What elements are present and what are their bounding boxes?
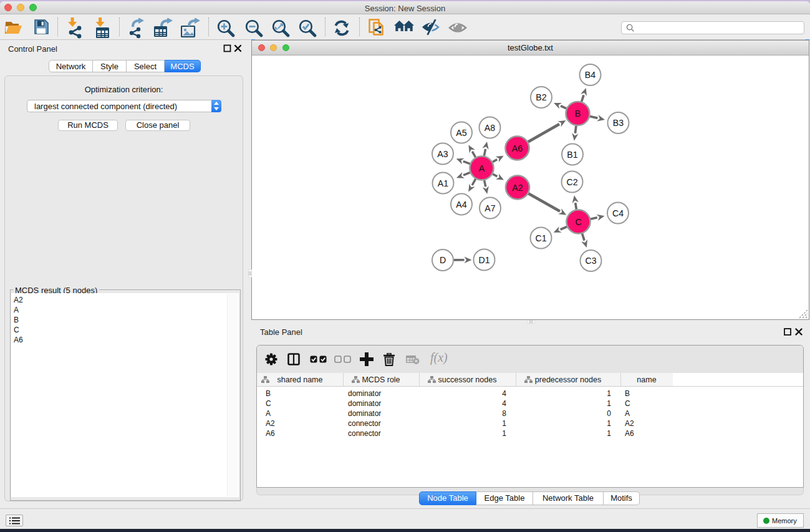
svg-text:C4: C4 — [612, 208, 624, 218]
svg-text:B: B — [575, 109, 581, 118]
svg-text:C2: C2 — [566, 177, 577, 187]
svg-text:B3: B3 — [613, 118, 624, 128]
svg-text:B1: B1 — [567, 150, 577, 160]
svg-text:C: C — [575, 217, 581, 227]
svg-text:B2: B2 — [536, 92, 546, 102]
svg-text:C1: C1 — [535, 233, 546, 243]
svg-text:A2: A2 — [512, 183, 523, 193]
svg-text:A6: A6 — [512, 143, 523, 153]
svg-text:A: A — [479, 163, 485, 173]
svg-text:D1: D1 — [478, 255, 489, 265]
svg-text:A8: A8 — [485, 123, 495, 133]
svg-text:A4: A4 — [456, 200, 466, 210]
svg-text:A5: A5 — [456, 128, 466, 138]
svg-text:A1: A1 — [438, 178, 448, 188]
svg-text:A3: A3 — [437, 149, 448, 159]
svg-text:C3: C3 — [585, 256, 596, 266]
svg-text:A7: A7 — [485, 203, 495, 213]
svg-text:B4: B4 — [585, 70, 595, 80]
svg-text:D: D — [440, 255, 446, 265]
